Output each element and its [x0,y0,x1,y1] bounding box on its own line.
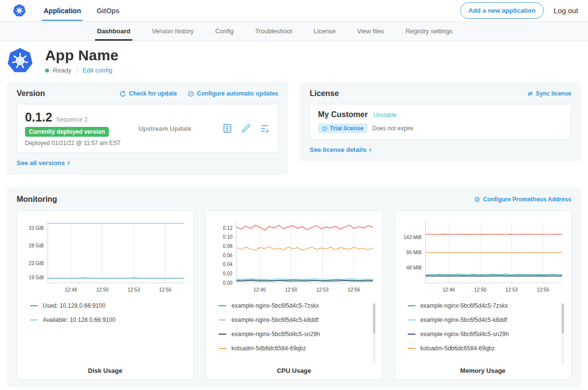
legend-swatch [219,348,226,349]
legend-item: example-nginx-5bc6f5d4c5-7zskx [219,302,368,309]
disk-usage-legend: Used: 10.128.0.66:9100Available: 10.128.… [26,302,188,323]
subnav-tab-license[interactable]: License [303,22,346,41]
add-new-application-button[interactable]: Add a new application [460,2,544,19]
svg-text:19 GiB: 19 GiB [29,275,44,280]
clock-icon [322,126,327,131]
legend-item: example-nginx-5bc6f5d4c5-sn29h [219,331,368,338]
cpu-usage-legend: example-nginx-5bc6f5d4c5-7zskxexample-ng… [215,302,377,352]
see-all-versions-link[interactable]: See all versions › [17,159,70,167]
svg-text:0.10: 0.10 [223,234,233,240]
configure-automatic-updates-link[interactable]: Configure automatic updates [188,90,278,97]
svg-text:12:56: 12:56 [159,287,172,292]
svg-text:23 GiB: 23 GiB [29,261,44,266]
legend-scrollbar[interactable] [562,303,564,364]
license-channel: Unstable [373,112,396,119]
legend-swatch [30,305,38,306]
deploy-logs-button[interactable] [259,123,270,134]
sync-icon: ⇄ [528,90,533,97]
legend-label: Available: 10.128.0.66:9100 [43,317,116,323]
legend-label: example-nginx-5bc6f5d4c5-k8ddf [231,317,318,323]
svg-text:48 MiB: 48 MiB [406,265,422,270]
subnav-tab-config[interactable]: Config [204,22,245,41]
svg-text:12:56: 12:56 [537,287,549,292]
subnav-tab-troubleshoot[interactable]: Troubleshoot [245,22,303,41]
svg-text:12:50: 12:50 [474,287,487,292]
chevron-right-icon: › [67,159,70,167]
memory-usage-chart-card: 12:4612:5012:5312:5648 MiB95 MiB143 MiB … [394,210,571,380]
chevron-right-icon: › [369,146,371,153]
legend-label: kotsadm-5db6dc6584-69qbz [231,345,306,352]
legend-label: example-nginx-5bc6f5d4c5-sn29h [420,331,509,338]
cpu-usage-chart: 12:4612:5012:5312:560.000.020.040.060.08… [211,218,377,296]
app-header: App Name Ready Edit config [0,41,588,79]
subnav-tab-registry-settings[interactable]: Registry settings [395,22,464,41]
license-panel: My Customer Unstable Trial license Does … [310,104,571,140]
svg-text:28 GiB: 28 GiB [29,243,44,248]
deployed-timestamp: Deployed 01/21/22 @ 11:57 am EST [25,140,121,146]
version-card-title: Version [17,89,45,98]
svg-text:0.08: 0.08 [223,244,233,249]
tab-gitops[interactable]: GitOps [89,0,127,21]
svg-text:12:53: 12:53 [505,287,518,292]
app-status-text: Ready [53,67,72,74]
svg-text:0.00: 0.00 [223,280,233,285]
see-license-details-link[interactable]: See license details › [310,146,371,153]
logout-link[interactable]: Log out [554,6,578,15]
svg-text:12:56: 12:56 [348,287,361,292]
legend-item: example-nginx-5bc6f5d4c5-sn29h [408,331,557,338]
legend-label: kotsadm-5db6dc6584-69qbz [420,345,495,352]
configure-prometheus-link[interactable]: ⚙ Configure Prometheus Address [474,196,571,203]
gear-icon: ⚙ [474,196,480,203]
disk-usage-chart: 12:4612:5012:5312:5619 GiB23 GiB28 GiB33… [22,218,188,296]
license-expiration: Does not expire [372,125,414,132]
svg-text:0.02: 0.02 [223,271,233,276]
svg-text:12:50: 12:50 [96,287,109,292]
legend-label: example-nginx-5bc6f5d4c5-7zskx [231,302,319,309]
legend-scrollbar[interactable] [373,303,375,364]
current-version-number: 0.1.2 [25,110,52,124]
app-icon [7,48,33,74]
svg-text:12:46: 12:46 [442,287,455,292]
tab-application[interactable]: Application [36,0,89,21]
edit-pen-icon [241,123,251,134]
subnav-tab-view-files[interactable]: View files [346,22,395,41]
memory-usage-chart: 12:4612:5012:5312:5648 MiB95 MiB143 MiB [400,218,566,296]
legend-swatch [408,319,416,320]
refresh-icon [120,91,126,97]
svg-text:12:53: 12:53 [317,287,329,292]
checklist-icon [222,123,233,134]
legend-item: Available: 10.128.0.66:9100 [30,317,179,323]
svg-text:12:46: 12:46 [65,287,77,292]
config-values-button[interactable] [241,123,251,134]
disk-usage-chart-card: 12:4612:5012:5312:5619 GiB23 GiB28 GiB33… [17,210,194,380]
svg-text:12:46: 12:46 [254,287,267,292]
subnav-tab-dashboard[interactable]: Dashboard [86,22,141,41]
legend-item: example-nginx-5bc6f5d4c5-k8ddf [408,317,557,323]
legend-swatch [219,319,226,320]
app-subnav: Dashboard Version history Config Trouble… [0,22,588,41]
kubernetes-logo-icon [13,4,26,17]
legend-item: kotsadm-5db6dc6584-69qbz [219,345,368,352]
legend-label: example-nginx-5bc6f5d4c5-sn29h [231,331,320,338]
svg-text:12:53: 12:53 [127,287,140,292]
sync-license-link[interactable]: ⇄ Sync license [528,90,571,97]
legend-scrollbar-thumb[interactable] [562,303,564,334]
legend-label: example-nginx-5bc6f5d4c5-7zskx [420,302,508,309]
svg-text:0.12: 0.12 [223,225,233,230]
edit-config-link[interactable]: Edit config [83,67,113,74]
check-for-update-link[interactable]: Check for update [120,90,177,97]
subnav-tab-version-history[interactable]: Version history [141,22,204,41]
license-card: License ⇄ Sync license My Customer Unsta… [300,82,581,162]
preflight-checks-button[interactable] [222,123,233,134]
legend-scrollbar-thumb[interactable] [373,303,375,334]
legend-swatch [408,348,416,349]
chart-title: CPU Usage [211,367,377,374]
version-sequence: Sequence 2 [56,116,88,123]
svg-text:143 MiB: 143 MiB [403,234,421,240]
legend-label: example-nginx-5bc6f5d4c5-k8ddf [420,317,507,323]
logs-icon [259,123,270,134]
legend-item: example-nginx-5bc6f5d4c5-7zskx [408,302,557,309]
svg-text:12:50: 12:50 [285,287,298,292]
license-card-title: License [310,89,339,98]
status-dot [45,69,49,73]
